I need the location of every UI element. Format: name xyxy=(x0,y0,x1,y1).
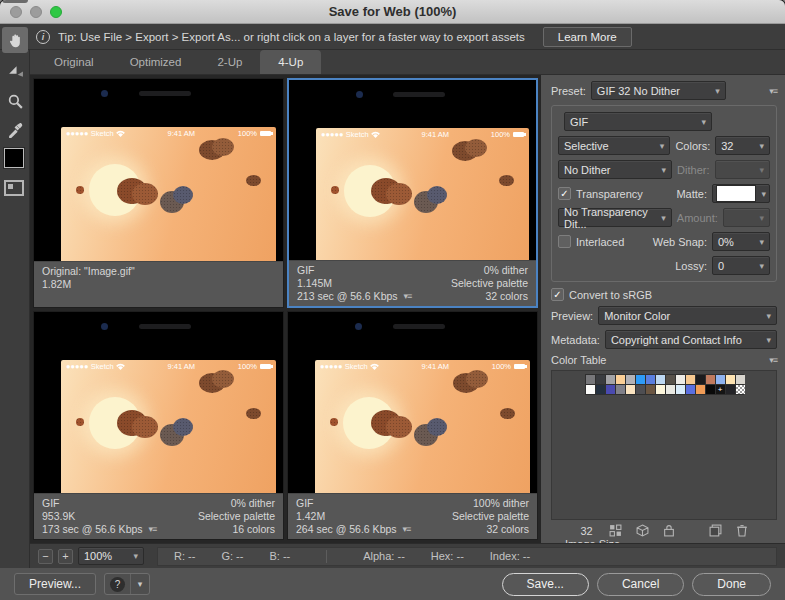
pane-info-line: 0% dither xyxy=(451,264,528,277)
hand-tool[interactable] xyxy=(2,27,28,53)
color-swatch[interactable] xyxy=(646,375,655,384)
minimize-window-button[interactable] xyxy=(30,6,42,18)
zoom-out-button[interactable]: − xyxy=(38,549,53,564)
color-table-menu-icon[interactable]: ▾≡ xyxy=(769,355,777,365)
color-swatch[interactable] xyxy=(656,385,665,394)
color-swatch[interactable] xyxy=(716,375,725,384)
color-swatch[interactable] xyxy=(726,375,735,384)
cloud-shape xyxy=(465,139,487,157)
lossy-select[interactable]: 0▾ xyxy=(712,256,770,275)
color-swatch[interactable] xyxy=(646,385,655,394)
colors-label: Colors: xyxy=(675,140,710,152)
transparency-checkbox[interactable]: ✓ xyxy=(558,187,571,200)
preview-pane-2[interactable]: ●●●●● Sketch 9:41 AM 100% GIF1.145M213 s… xyxy=(287,78,538,308)
preview-pane-1[interactable]: ●●●●● Sketch 9:41 AM 100% Original: "Ima… xyxy=(33,78,284,308)
palette-select[interactable]: Selective▾ xyxy=(558,136,670,155)
color-swatch[interactable] xyxy=(596,385,605,394)
preview-image[interactable]: ●●●●● Sketch 9:41 AM 100% xyxy=(288,312,537,494)
web-shift-cube-icon[interactable] xyxy=(636,524,649,537)
tab-original[interactable]: Original xyxy=(36,50,112,74)
b-value: -- xyxy=(283,550,290,562)
preview-image[interactable]: ●●●●● Sketch 9:41 AM 100% xyxy=(34,79,283,261)
pane-info-right: 0% ditherSelective palette32 colors xyxy=(451,264,528,303)
color-swatch[interactable] xyxy=(616,385,625,394)
color-swatch[interactable] xyxy=(706,385,715,394)
toggle-slices-visibility[interactable] xyxy=(4,180,24,196)
srgb-checkbox[interactable]: ✓ xyxy=(551,288,564,301)
color-swatch[interactable] xyxy=(666,385,675,394)
color-swatch[interactable] xyxy=(636,385,645,394)
new-color-icon[interactable] xyxy=(709,524,722,537)
tab-4up[interactable]: 4-Up xyxy=(260,50,321,74)
color-swatch[interactable] xyxy=(676,375,685,384)
footer: Preview... ? ▾ Save... Cancel Done xyxy=(0,568,785,600)
close-window-button[interactable] xyxy=(10,6,22,18)
web-snap-select[interactable]: 0%▾ xyxy=(712,232,770,251)
preview-pane-4[interactable]: ●●●●● Sketch 9:41 AM 100% GIF1.42M264 se… xyxy=(287,311,538,541)
color-swatch[interactable] xyxy=(656,375,665,384)
colors-select[interactable]: 32▾ xyxy=(715,136,770,155)
color-swatch[interactable] xyxy=(696,375,705,384)
color-swatch[interactable] xyxy=(596,375,605,384)
color-swatch[interactable] xyxy=(606,385,615,394)
eyedropper-tool[interactable] xyxy=(2,116,28,142)
learn-more-button[interactable]: Learn More xyxy=(543,27,632,47)
color-swatch[interactable] xyxy=(676,385,685,394)
cloud-shape xyxy=(499,175,514,186)
preset-select[interactable]: GIF 32 No Dither▾ xyxy=(591,81,726,100)
battery-icon xyxy=(260,364,271,369)
color-swatch[interactable]: + xyxy=(716,385,725,394)
color-swatch[interactable] xyxy=(686,375,695,384)
color-swatch[interactable] xyxy=(686,385,695,394)
color-swatch[interactable] xyxy=(586,385,595,394)
color-swatch[interactable] xyxy=(736,375,745,384)
preview-select[interactable]: Monitor Color▾ xyxy=(598,306,777,325)
color-swatch[interactable] xyxy=(706,375,715,384)
pane-info: GIF953.9K173 sec @ 56.6 Kbps▾≡ 0% dither… xyxy=(34,493,283,539)
pane-menu-icon[interactable]: ▾≡ xyxy=(404,290,412,303)
preview-image[interactable]: ●●●●● Sketch 9:41 AM 100% xyxy=(34,312,283,494)
dither-mode-select[interactable]: No Dither▾ xyxy=(558,160,672,179)
slice-select-tool[interactable] xyxy=(2,58,28,84)
color-swatch[interactable] xyxy=(626,375,635,384)
pane-menu-icon[interactable]: ▾≡ xyxy=(403,523,411,536)
color-swatch[interactable] xyxy=(726,385,735,394)
color-swatch[interactable] xyxy=(696,385,705,394)
zoom-level-select[interactable]: 100%▾ xyxy=(78,547,144,565)
preview-pane-3[interactable]: ●●●●● Sketch 9:41 AM 100% GIF953.9K173 s… xyxy=(33,311,284,541)
snap-to-web-palette-icon[interactable] xyxy=(609,524,622,537)
color-swatch[interactable] xyxy=(586,375,595,384)
clock-label: 9:41 AM xyxy=(421,130,449,139)
trash-icon[interactable] xyxy=(736,524,748,537)
slice-select-icon xyxy=(7,63,24,80)
color-swatch[interactable] xyxy=(666,375,675,384)
color-swatch[interactable] xyxy=(616,375,625,384)
eyedropper-color-swatch[interactable] xyxy=(4,148,24,168)
lock-color-icon[interactable] xyxy=(663,524,675,537)
tab-2up[interactable]: 2-Up xyxy=(199,50,260,74)
metadata-select[interactable]: Copyright and Contact Info▾ xyxy=(605,330,777,349)
transparency-dither-select[interactable]: No Transparency Dit...▾ xyxy=(558,208,672,227)
save-button[interactable]: Save... xyxy=(502,573,589,596)
zoom-in-button[interactable]: + xyxy=(58,549,73,564)
tab-optimized[interactable]: Optimized xyxy=(112,50,200,74)
zoom-tool[interactable] xyxy=(2,88,28,114)
preview-in-browser-button[interactable]: Preview... xyxy=(14,573,96,595)
color-swatch[interactable] xyxy=(606,375,615,384)
done-button[interactable]: Done xyxy=(692,573,771,596)
browser-select[interactable]: ? ▾ xyxy=(104,573,150,595)
panel-menu-icon[interactable]: ▾≡ xyxy=(769,86,777,96)
interlaced-checkbox[interactable] xyxy=(558,235,571,248)
traffic-lights xyxy=(10,6,62,18)
titlebar[interactable]: Save for Web (100%) xyxy=(0,0,785,24)
battery-percent-label: 100% xyxy=(492,362,511,371)
color-swatch[interactable] xyxy=(626,385,635,394)
matte-select[interactable]: ▾ xyxy=(712,184,770,203)
transparent-swatch[interactable] xyxy=(736,385,745,394)
cancel-button[interactable]: Cancel xyxy=(597,573,684,596)
preview-image[interactable]: ●●●●● Sketch 9:41 AM 100% xyxy=(289,80,536,260)
format-select[interactable]: GIF▾ xyxy=(564,112,712,131)
pane-menu-icon[interactable]: ▾≡ xyxy=(149,523,157,536)
zoom-window-button[interactable] xyxy=(50,6,62,18)
color-swatch[interactable] xyxy=(636,375,645,384)
